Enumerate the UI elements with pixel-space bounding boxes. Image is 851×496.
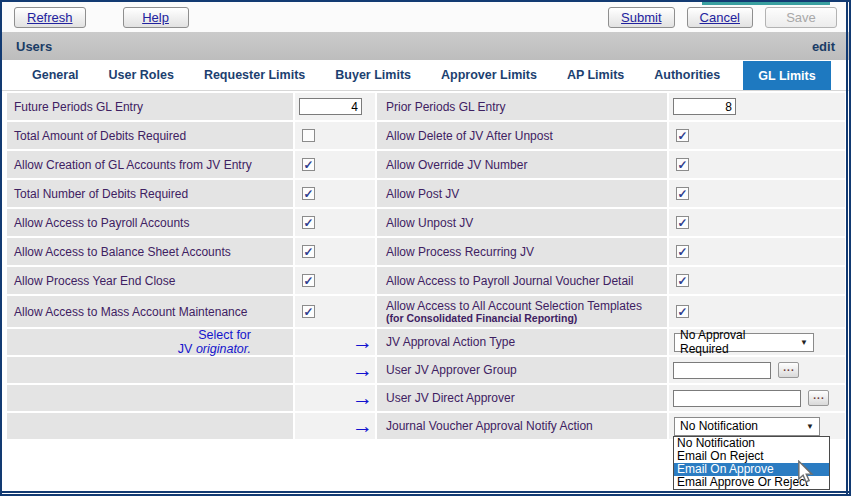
jv-approver-group-lookup-button[interactable]: ...	[778, 362, 799, 378]
frame-inner-border	[846, 2, 848, 494]
jv-direct-approver-lookup-button[interactable]: ...	[808, 390, 829, 406]
field-label: User JV Approver Group	[377, 357, 667, 383]
tab-bar: General User Roles Requester Limits Buye…	[2, 60, 849, 91]
field-label: Allow Access to Balance Sheet Accounts	[7, 238, 293, 265]
jv-approval-action-type-select[interactable]: No Approval Required ▼	[674, 333, 814, 352]
override-jv-number-checkbox[interactable]: ✓	[676, 158, 689, 171]
field-label: Prior Periods GL Entry	[377, 93, 667, 120]
chevron-down-icon: ▼	[800, 338, 808, 347]
row-debits-amount: Total Amount of Debits Required Allow De…	[7, 122, 849, 149]
post-jv-checkbox[interactable]: ✓	[676, 187, 689, 200]
field-label: Allow Access to Mass Account Maintenance	[7, 296, 293, 327]
jv-notify-action-select[interactable]: No Notification ▼	[674, 417, 820, 436]
field-label: Total Number of Debits Required	[7, 180, 293, 207]
payroll-jv-detail-checkbox[interactable]: ✓	[676, 274, 689, 287]
unpost-jv-checkbox[interactable]: ✓	[676, 216, 689, 229]
gl-limits-form: Future Periods GL Entry Prior Periods GL…	[2, 91, 849, 439]
row-gl-accounts-from-jv: Allow Creation of GL Accounts from JV En…	[7, 151, 849, 178]
jv-originator-note: Select for JV originator.	[14, 328, 293, 356]
field-label: Allow Process Recurring JV	[377, 238, 667, 265]
field-label: JV Approval Action Type	[377, 329, 667, 355]
field-label: Allow Post JV	[377, 180, 667, 207]
row-jv-direct-approver: → User JV Direct Approver ...	[7, 385, 849, 411]
chevron-down-icon: ▼	[806, 422, 814, 431]
title-bar: Users edit	[2, 32, 849, 60]
field-label-line2: (for Consolidated Financial Reporting)	[386, 312, 577, 324]
row-gl-entry-periods: Future Periods GL Entry Prior Periods GL…	[7, 93, 849, 120]
submit-button[interactable]: Submit	[608, 7, 674, 28]
field-label: Future Periods GL Entry	[7, 93, 293, 120]
frame-inner-border	[2, 491, 849, 493]
field-label: Allow Delete of JV After Unpost	[377, 122, 667, 149]
field-label: User JV Direct Approver	[377, 385, 667, 411]
field-label: Allow Access to Payroll Journal Voucher …	[377, 267, 667, 294]
delete-jv-after-unpost-checkbox[interactable]: ✓	[676, 129, 689, 142]
process-recurring-jv-checkbox[interactable]: ✓	[676, 245, 689, 258]
row-payroll-accounts: Allow Access to Payroll Accounts ✓ Allow…	[7, 209, 849, 236]
row-jv-approval-action-type: Select for JV originator. → JV Approval …	[7, 329, 849, 355]
users-gl-limits-page: Refresh Help Submit Cancel Save Users ed…	[0, 0, 851, 496]
row-balance-sheet: Allow Access to Balance Sheet Accounts ✓…	[7, 238, 849, 265]
tab-approver-limits[interactable]: Approver Limits	[426, 68, 552, 82]
field-label: Allow Access to All Account Selection Te…	[377, 296, 667, 327]
row-debits-number: Total Number of Debits Required ✓ Allow …	[7, 180, 849, 207]
create-gl-accounts-checkbox[interactable]: ✓	[302, 158, 315, 171]
field-label: Allow Process Year End Close	[7, 267, 293, 294]
field-label: Allow Access to Payroll Accounts	[7, 209, 293, 236]
field-label-line1: Allow Access to All Account Selection Te…	[386, 300, 642, 312]
window-edge-fragment	[702, 2, 830, 5]
row-year-end-close: Allow Process Year End Close ✓ Allow Acc…	[7, 267, 849, 294]
total-number-debits-checkbox[interactable]: ✓	[302, 187, 315, 200]
year-end-close-checkbox[interactable]: ✓	[302, 274, 315, 287]
field-label: Allow Override JV Number	[377, 151, 667, 178]
help-button[interactable]: Help	[123, 7, 189, 28]
field-label: Total Amount of Debits Required	[7, 122, 293, 149]
mass-account-maintenance-checkbox[interactable]: ✓	[302, 305, 315, 318]
mouse-cursor-icon	[797, 460, 814, 484]
tab-ap-limits[interactable]: AP Limits	[552, 68, 639, 82]
prior-periods-input[interactable]	[673, 98, 736, 115]
page-title: Users	[16, 39, 52, 54]
balance-sheet-accounts-checkbox[interactable]: ✓	[302, 245, 315, 258]
cancel-button[interactable]: Cancel	[687, 7, 753, 28]
row-jv-approver-group: → User JV Approver Group ...	[7, 357, 849, 383]
tab-gl-limits[interactable]: GL Limits	[743, 61, 830, 90]
tab-authorities[interactable]: Authorities	[639, 68, 735, 82]
row-mass-account-maintenance: Allow Access to Mass Account Maintenance…	[7, 296, 849, 327]
field-label: Allow Creation of GL Accounts from JV En…	[7, 151, 293, 178]
tab-requester-limits[interactable]: Requester Limits	[189, 68, 320, 82]
tab-buyer-limits[interactable]: Buyer Limits	[320, 68, 426, 82]
account-selection-templates-checkbox[interactable]: ✓	[676, 305, 689, 318]
future-periods-input[interactable]	[299, 98, 362, 115]
edit-mode-label: edit	[812, 39, 835, 54]
jv-direct-approver-input[interactable]	[673, 390, 801, 407]
option-no-notification[interactable]: No Notification	[674, 437, 829, 450]
refresh-button[interactable]: Refresh	[14, 7, 86, 28]
payroll-accounts-checkbox[interactable]: ✓	[302, 216, 315, 229]
save-button[interactable]: Save	[765, 7, 837, 28]
row-jv-notify-action: → Journal Voucher Approval Notify Action…	[7, 413, 849, 439]
toolbar: Refresh Help Submit Cancel Save	[2, 2, 849, 32]
total-amount-debits-checkbox[interactable]	[302, 129, 315, 142]
field-label: Allow Unpost JV	[377, 209, 667, 236]
tab-user-roles[interactable]: User Roles	[94, 68, 189, 82]
jv-approver-group-input[interactable]	[673, 362, 771, 379]
field-label: Journal Voucher Approval Notify Action	[377, 413, 667, 439]
tab-general[interactable]: General	[17, 68, 94, 82]
